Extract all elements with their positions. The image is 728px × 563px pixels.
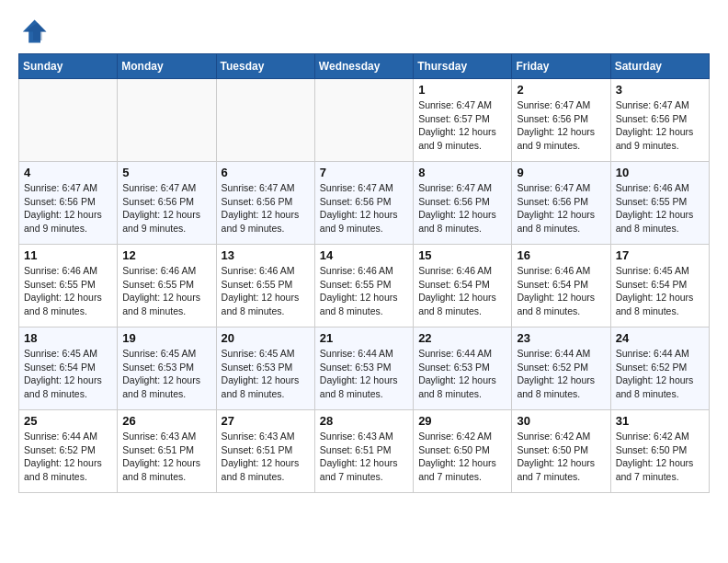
day-info: Sunrise: 6:42 AM Sunset: 6:50 PM Dayligh…: [616, 430, 704, 484]
day-info: Sunrise: 6:44 AM Sunset: 6:53 PM Dayligh…: [418, 347, 506, 401]
calendar-cell: 24Sunrise: 6:44 AM Sunset: 6:52 PM Dayli…: [610, 327, 709, 410]
weekday-monday: Monday: [118, 54, 216, 79]
calendar-week-3: 11Sunrise: 6:46 AM Sunset: 6:55 PM Dayli…: [19, 245, 710, 327]
day-number: 24: [616, 331, 704, 345]
weekday-saturday: Saturday: [610, 54, 709, 79]
page-header: [18, 18, 710, 44]
day-number: 2: [517, 83, 605, 97]
day-number: 18: [24, 331, 112, 345]
day-number: 23: [517, 331, 605, 345]
day-info: Sunrise: 6:47 AM Sunset: 6:56 PM Dayligh…: [222, 181, 310, 236]
weekday-sunday: Sunday: [19, 54, 118, 79]
day-number: 28: [320, 414, 408, 428]
day-info: Sunrise: 6:47 AM Sunset: 6:56 PM Dayligh…: [24, 181, 112, 236]
day-info: Sunrise: 6:44 AM Sunset: 6:52 PM Dayligh…: [616, 347, 704, 401]
weekday-tuesday: Tuesday: [216, 54, 314, 79]
day-info: Sunrise: 6:44 AM Sunset: 6:52 PM Dayligh…: [517, 347, 605, 401]
day-info: Sunrise: 6:47 AM Sunset: 6:56 PM Dayligh…: [122, 181, 210, 236]
weekday-friday: Friday: [512, 54, 610, 79]
day-info: Sunrise: 6:43 AM Sunset: 6:51 PM Dayligh…: [222, 430, 310, 484]
svg-marker-1: [24, 23, 46, 40]
calendar-cell: 9Sunrise: 6:47 AM Sunset: 6:56 PM Daylig…: [512, 162, 610, 245]
calendar-cell: 22Sunrise: 6:44 AM Sunset: 6:53 PM Dayli…: [414, 327, 512, 410]
calendar-cell: [314, 79, 413, 162]
day-number: 17: [616, 248, 704, 262]
weekday-header-row: SundayMondayTuesdayWednesdayThursdayFrid…: [19, 54, 710, 79]
day-number: 20: [222, 331, 310, 345]
calendar-cell: 28Sunrise: 6:43 AM Sunset: 6:51 PM Dayli…: [314, 410, 413, 493]
day-info: Sunrise: 6:47 AM Sunset: 6:56 PM Dayligh…: [418, 181, 506, 236]
day-info: Sunrise: 6:44 AM Sunset: 6:52 PM Dayligh…: [24, 430, 112, 484]
calendar-cell: 23Sunrise: 6:44 AM Sunset: 6:52 PM Dayli…: [512, 327, 610, 410]
day-number: 29: [418, 414, 506, 428]
day-number: 6: [222, 166, 310, 179]
day-info: Sunrise: 6:43 AM Sunset: 6:51 PM Dayligh…: [320, 430, 408, 484]
day-number: 16: [517, 248, 605, 262]
calendar-cell: 16Sunrise: 6:46 AM Sunset: 6:54 PM Dayli…: [512, 245, 610, 327]
calendar-cell: 1Sunrise: 6:47 AM Sunset: 6:57 PM Daylig…: [414, 79, 512, 162]
calendar-table: SundayMondayTuesdayWednesdayThursdayFrid…: [18, 53, 710, 493]
day-number: 1: [418, 83, 506, 97]
calendar-cell: 12Sunrise: 6:46 AM Sunset: 6:55 PM Dayli…: [118, 245, 216, 327]
calendar-cell: 19Sunrise: 6:45 AM Sunset: 6:53 PM Dayli…: [118, 327, 216, 410]
day-number: 22: [418, 331, 506, 345]
calendar-cell: 10Sunrise: 6:46 AM Sunset: 6:55 PM Dayli…: [610, 162, 709, 245]
day-number: 19: [122, 331, 210, 345]
day-info: Sunrise: 6:44 AM Sunset: 6:53 PM Dayligh…: [320, 347, 408, 401]
day-number: 10: [616, 166, 704, 179]
weekday-wednesday: Wednesday: [314, 54, 413, 79]
calendar-cell: 20Sunrise: 6:45 AM Sunset: 6:53 PM Dayli…: [216, 327, 314, 410]
calendar-cell: 4Sunrise: 6:47 AM Sunset: 6:56 PM Daylig…: [19, 162, 118, 245]
day-number: 4: [24, 166, 112, 179]
day-number: 12: [122, 248, 210, 262]
day-number: 27: [222, 414, 310, 428]
calendar-cell: 26Sunrise: 6:43 AM Sunset: 6:51 PM Dayli…: [118, 410, 216, 493]
day-info: Sunrise: 6:47 AM Sunset: 6:56 PM Dayligh…: [517, 181, 605, 236]
day-number: 8: [418, 166, 506, 179]
day-info: Sunrise: 6:45 AM Sunset: 6:53 PM Dayligh…: [122, 347, 210, 401]
day-info: Sunrise: 6:46 AM Sunset: 6:55 PM Dayligh…: [222, 264, 310, 318]
calendar-cell: [216, 79, 314, 162]
day-number: 3: [616, 83, 704, 97]
logo: [18, 18, 51, 44]
day-info: Sunrise: 6:46 AM Sunset: 6:54 PM Dayligh…: [517, 264, 605, 318]
day-number: 9: [517, 166, 605, 179]
weekday-thursday: Thursday: [414, 54, 512, 79]
calendar-cell: 18Sunrise: 6:45 AM Sunset: 6:54 PM Dayli…: [19, 327, 118, 410]
day-info: Sunrise: 6:47 AM Sunset: 6:56 PM Dayligh…: [517, 98, 605, 153]
calendar-cell: [118, 79, 216, 162]
day-number: 11: [24, 248, 112, 262]
day-number: 25: [24, 414, 112, 428]
day-number: 26: [122, 414, 210, 428]
day-number: 14: [320, 248, 408, 262]
day-number: 30: [517, 414, 605, 428]
calendar-body: 1Sunrise: 6:47 AM Sunset: 6:57 PM Daylig…: [19, 79, 710, 493]
day-number: 7: [320, 166, 408, 179]
calendar-cell: 13Sunrise: 6:46 AM Sunset: 6:55 PM Dayli…: [216, 245, 314, 327]
day-info: Sunrise: 6:46 AM Sunset: 6:55 PM Dayligh…: [122, 264, 210, 318]
calendar-week-5: 25Sunrise: 6:44 AM Sunset: 6:52 PM Dayli…: [19, 410, 710, 493]
calendar-cell: 5Sunrise: 6:47 AM Sunset: 6:56 PM Daylig…: [118, 162, 216, 245]
day-info: Sunrise: 6:47 AM Sunset: 6:56 PM Dayligh…: [616, 98, 704, 153]
calendar-week-1: 1Sunrise: 6:47 AM Sunset: 6:57 PM Daylig…: [19, 79, 710, 162]
calendar-cell: 3Sunrise: 6:47 AM Sunset: 6:56 PM Daylig…: [610, 79, 709, 162]
day-number: 15: [418, 248, 506, 262]
day-info: Sunrise: 6:47 AM Sunset: 6:56 PM Dayligh…: [320, 181, 408, 236]
calendar-cell: 27Sunrise: 6:43 AM Sunset: 6:51 PM Dayli…: [216, 410, 314, 493]
day-info: Sunrise: 6:45 AM Sunset: 6:54 PM Dayligh…: [24, 347, 112, 401]
day-info: Sunrise: 6:47 AM Sunset: 6:57 PM Dayligh…: [418, 98, 506, 153]
calendar-week-2: 4Sunrise: 6:47 AM Sunset: 6:56 PM Daylig…: [19, 162, 710, 245]
day-number: 31: [616, 414, 704, 428]
day-info: Sunrise: 6:42 AM Sunset: 6:50 PM Dayligh…: [517, 430, 605, 484]
day-info: Sunrise: 6:42 AM Sunset: 6:50 PM Dayligh…: [418, 430, 506, 484]
logo-icon: [18, 18, 48, 44]
calendar-cell: 30Sunrise: 6:42 AM Sunset: 6:50 PM Dayli…: [512, 410, 610, 493]
calendar-week-4: 18Sunrise: 6:45 AM Sunset: 6:54 PM Dayli…: [19, 327, 710, 410]
calendar-cell: 14Sunrise: 6:46 AM Sunset: 6:55 PM Dayli…: [314, 245, 413, 327]
day-info: Sunrise: 6:46 AM Sunset: 6:55 PM Dayligh…: [24, 264, 112, 318]
calendar-cell: 11Sunrise: 6:46 AM Sunset: 6:55 PM Dayli…: [19, 245, 118, 327]
calendar-cell: 31Sunrise: 6:42 AM Sunset: 6:50 PM Dayli…: [610, 410, 709, 493]
calendar-cell: 29Sunrise: 6:42 AM Sunset: 6:50 PM Dayli…: [414, 410, 512, 493]
day-info: Sunrise: 6:46 AM Sunset: 6:55 PM Dayligh…: [616, 181, 704, 236]
calendar-cell: 25Sunrise: 6:44 AM Sunset: 6:52 PM Dayli…: [19, 410, 118, 493]
